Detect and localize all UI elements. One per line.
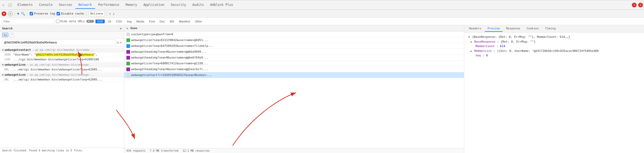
search-result-2-1[interactable]: URL ...om/cgi-bin/mmwebwx-bin/webwxgetic… <box>0 67 124 72</box>
filter-icon[interactable]: ▼ <box>17 12 19 16</box>
seq-value: 0 <box>486 54 488 57</box>
main-content: Search ✕ Aa .* ↻ ✕ ▼ webwxgetcontact — w… <box>0 25 644 153</box>
close-devtools-button[interactable]: ✕ <box>632 3 637 7</box>
tab-application[interactable]: Application <box>140 1 167 9</box>
filter-doc[interactable]: Doc <box>158 20 167 23</box>
separator-2 <box>27 12 27 16</box>
filter-font[interactable]: Font <box>148 20 157 23</box>
tab-preview[interactable]: Preview <box>485 26 502 32</box>
transferred-size: 7.4 MB transferred <box>150 149 178 152</box>
search-icon[interactable]: 🔍 <box>21 12 25 16</box>
disable-cache-label[interactable]: Disable cache <box>57 12 84 15</box>
all-badge: All <box>86 20 94 23</box>
preserve-log-label[interactable]: Preserve log <box>30 12 55 15</box>
upload-button[interactable]: ↑ <box>109 12 111 16</box>
network-item-icon-4 <box>126 56 130 60</box>
network-list: suu1wxtype=jpeg&wxFrom=0 webwxgeticon?se… <box>124 32 464 148</box>
network-item-2[interactable]: webwxgeticon?seq=647509203&username=file… <box>124 43 464 49</box>
network-item-icon-1 <box>126 38 130 42</box>
search-group-1: ▼ webwxgetcontact — wx.qq.com/cgi-bin/mm… <box>0 48 124 62</box>
search-input[interactable] <box>2 39 116 45</box>
download-button[interactable]: ↓ <box>113 12 115 16</box>
network-item-icon-5 <box>126 62 130 65</box>
search-result-1-2[interactable]: 1101 .../cgi-bin/mmwebwx-bin/webwxgetico… <box>0 57 124 62</box>
search-group-header-2[interactable]: ▼ webwxgeticon — wx.qq.com/cgi-bin/mmweb… <box>0 62 124 67</box>
tab-sources[interactable]: Sources <box>56 1 75 9</box>
search-input-row: ↻ ✕ <box>0 38 124 47</box>
cancel-search-button[interactable]: ✕ <box>120 40 122 44</box>
network-item-1[interactable]: webwxgeticon?seq=831539842&username=@605… <box>124 37 464 43</box>
separator-4 <box>107 12 107 16</box>
search-result-1-1[interactable]: 1099 "UserName": "@9d22fd69c1e6f628da93b… <box>0 52 124 57</box>
cursor-icon[interactable]: ↖ <box>1 3 6 7</box>
tab-headers[interactable]: Headers <box>466 26 484 32</box>
search-results: ▼ webwxgetcontact — wx.qq.com/cgi-bin/mm… <box>0 47 124 148</box>
search-group-subtitle-2: — wx.qq.com/cgi-bin/mmwebwx-bin/webwxge.… <box>27 63 94 66</box>
tab-bar: ↖ ⬜ Elements Console Sources Network Per… <box>0 0 644 10</box>
tab-audits[interactable]: Audits <box>189 1 207 9</box>
search-panel: Search ✕ Aa .* ↻ ✕ ▼ webwxgetcontact — w… <box>0 25 124 153</box>
network-list-header: ✕ Name <box>124 25 464 32</box>
tab-response[interactable]: Response <box>504 26 523 32</box>
network-item-5[interactable]: webwxgeticon?seq=680017412&username=@133… <box>124 61 464 66</box>
network-item-icon-3 <box>126 50 130 54</box>
search-options: Aa .* <box>0 32 124 38</box>
json-member-count: MemberCount : 614 <box>466 44 642 49</box>
toolbar-row: ● ⊘ ▼ 🔍 Preserve log Disable cache Onlin… <box>0 10 644 18</box>
filter-ws[interactable]: WS <box>168 20 176 23</box>
filter-css[interactable]: CSS <box>114 20 124 23</box>
network-item-6[interactable]: webwxgetheadimg?seq=0&username=@@1eacbcf… <box>124 66 464 72</box>
tab-timing[interactable]: Timing <box>542 26 558 32</box>
refresh-search-button[interactable]: ↻ <box>117 40 119 44</box>
network-footer: 434 requests 7.4 MB transferred 12.1 MB … <box>124 148 464 153</box>
tab-elements[interactable]: Elements <box>14 1 36 9</box>
search-group-3: ▼ webwxgeticon — wx.qq.com/cgi-bin/mmweb… <box>0 73 124 82</box>
json-base-response: ▶ BaseResponse : {Ret: 0, ErrMsg: ""} <box>466 39 642 44</box>
disable-cache-checkbox[interactable] <box>57 12 60 15</box>
filter-manifest[interactable]: Manifest <box>177 20 192 23</box>
tab-cookies[interactable]: Cookies <box>524 26 541 32</box>
filter-img[interactable]: Img <box>125 20 133 23</box>
error-badge: 1 <box>638 3 643 7</box>
tab-network[interactable]: Network <box>75 1 95 9</box>
tab-memory[interactable]: Memory <box>122 1 140 9</box>
tab-security[interactable]: Security <box>168 1 189 9</box>
requests-count: 434 requests <box>126 149 145 152</box>
search-group-subtitle-1: — wx.qq.com/cgi-bin/mmwebwx-bin/webw... <box>32 48 94 51</box>
filter-other[interactable]: Other <box>193 20 204 23</box>
hide-data-urls-label[interactable]: Hide data URLs <box>56 20 85 23</box>
search-regex-button[interactable]: .* <box>9 33 14 37</box>
network-item-0[interactable]: suu1wxtype=jpeg&wxFrom=0 <box>124 32 464 37</box>
search-group-header-1[interactable]: ▼ webwxgetcontact — wx.qq.com/cgi-bin/mm… <box>0 48 124 52</box>
hide-data-urls-checkbox[interactable] <box>56 20 59 23</box>
network-item-icon-6 <box>126 68 130 71</box>
record-button[interactable]: ● <box>2 11 6 16</box>
search-close-button[interactable]: ✕ <box>120 26 122 30</box>
tab-console[interactable]: Console <box>36 1 56 9</box>
network-close-button[interactable]: ✕ <box>126 26 128 30</box>
search-case-sensitive-button[interactable]: Aa <box>2 33 8 37</box>
clear-button[interactable]: ⊘ <box>8 11 13 16</box>
network-item-icon-0 <box>126 33 130 36</box>
tab-performance[interactable]: Performance <box>95 1 122 9</box>
device-icon[interactable]: ⬜ <box>7 3 12 7</box>
search-group-2: ▼ webwxgeticon — wx.qq.com/cgi-bin/mmweb… <box>0 62 124 72</box>
search-group-header-3[interactable]: ▼ webwxgeticon — wx.qq.com/cgi-bin/mmweb… <box>0 73 124 77</box>
filter-row: Hide data URLs All XHR JS CSS Img Media … <box>0 18 644 25</box>
preserve-log-checkbox[interactable] <box>30 12 33 15</box>
online-dropdown[interactable]: Online ▼ <box>88 11 104 16</box>
network-item-icon-7 <box>126 73 130 77</box>
filter-input[interactable] <box>2 19 54 24</box>
network-item-3[interactable]: webwxgetheadimg?seq=0&username=@@6ba9049… <box>124 49 464 55</box>
search-group-title-3: webwxgeticon <box>4 73 25 76</box>
network-item-7[interactable]: webwxgetcontact?r=1569310956527&seq=0&sk… <box>124 72 464 78</box>
search-group-title-2: webwxgeticon <box>4 63 25 66</box>
filter-xhr[interactable]: XHR <box>95 20 105 23</box>
tab-adblock[interactable]: Adblock Plus <box>207 1 236 9</box>
network-panel: ✕ Name suu1wxtype=jpeg&wxFrom=0 webwxget… <box>124 25 464 153</box>
search-group-title-1: webwxgetcontact <box>4 48 31 52</box>
network-item-4[interactable]: webwxgetheadimg?seq=0&username=@@be6f69a… <box>124 55 464 61</box>
search-result-3-1[interactable]: URL ...om/cgi-bin/mmwebwx-bin/webwxgetic… <box>0 77 124 82</box>
filter-js[interactable]: JS <box>106 20 113 23</box>
filter-media[interactable]: Media <box>135 20 146 23</box>
